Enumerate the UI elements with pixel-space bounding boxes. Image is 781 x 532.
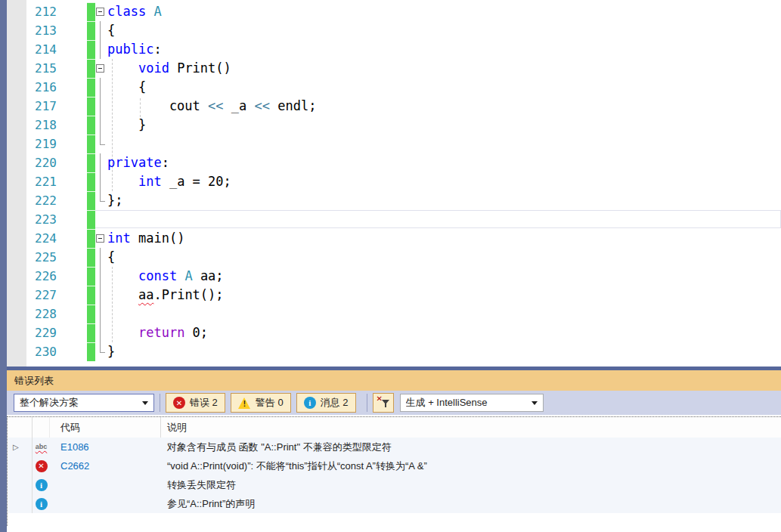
expander-triangle-icon[interactable]: ▷ [8, 443, 19, 451]
code-text: } [107, 116, 146, 135]
line-number: 223 [0, 210, 57, 229]
line-number: 226 [0, 267, 57, 286]
code-line[interactable]: 229 return 0; [0, 323, 781, 342]
change-tracking-bar [87, 97, 95, 116]
code-editor[interactable]: 212class A213{214public:215 void Print()… [0, 0, 781, 367]
error-icon: ✕ [36, 460, 48, 472]
code-line[interactable]: 213{ [0, 21, 781, 40]
outlining-margin [95, 286, 107, 305]
code-line[interactable]: 224int main() [0, 229, 781, 248]
code-text: const A aa; [107, 267, 224, 286]
warning-icon: ! [238, 397, 251, 409]
code-line[interactable]: 221 int _a = 20; [0, 172, 781, 191]
line-number: 229 [0, 323, 57, 342]
error-code-link[interactable]: C2662 [50, 456, 161, 475]
error-code-link [50, 475, 161, 494]
outlining-margin [95, 40, 107, 59]
line-number: 230 [0, 342, 57, 361]
code-text: public: [107, 40, 162, 59]
code-line[interactable]: 212class A [0, 2, 781, 21]
outlining-margin[interactable] [95, 2, 107, 21]
change-tracking-bar [87, 172, 95, 191]
code-text: class A [107, 2, 162, 21]
code-text: { [107, 248, 115, 267]
outlining-margin[interactable] [95, 59, 107, 78]
code-text: private: [107, 153, 169, 172]
change-tracking-bar [87, 59, 95, 78]
scope-dropdown-value: 整个解决方案 [20, 396, 138, 410]
collapse-box-icon[interactable] [96, 234, 104, 243]
messages-toggle-button[interactable]: i 消息 2 [296, 393, 356, 413]
outlining-margin [95, 135, 107, 153]
error-list-toolbar: 整个解决方案 ✕ 错误 2 ! 警告 0 i 消息 2 ✕ [7, 391, 781, 415]
line-number: 222 [0, 191, 57, 210]
error-description: “void A::Print(void)”: 不能将“this”指针从“cons… [161, 456, 781, 475]
code-text: int _a = 20; [107, 172, 231, 191]
window-left-edge [0, 0, 7, 532]
outlining-margin [95, 97, 107, 116]
outlining-margin [95, 116, 107, 135]
change-tracking-bar [87, 153, 95, 172]
errors-toggle-button[interactable]: ✕ 错误 2 [166, 393, 225, 413]
code-line[interactable]: 228 [0, 305, 781, 323]
code-line[interactable]: 217 cout << _a << endl; [0, 97, 781, 116]
error-code-link[interactable]: E1086 [50, 438, 161, 456]
change-tracking-bar [87, 2, 95, 21]
line-number: 221 [0, 172, 57, 191]
info-icon: i [36, 479, 48, 491]
code-line[interactable]: 220private: [0, 153, 781, 172]
collapse-box-icon[interactable] [96, 8, 104, 16]
code-line[interactable]: 222}; [0, 191, 781, 210]
toolbar-separator [367, 394, 367, 412]
code-line[interactable]: 216 { [0, 78, 781, 97]
code-line[interactable]: 225{ [0, 248, 781, 267]
column-header-description[interactable]: 说明 [161, 417, 781, 438]
filter-x-icon: ✕ [377, 397, 389, 409]
change-tracking-bar [87, 286, 95, 305]
change-tracking-bar [87, 248, 95, 267]
code-line[interactable]: 218 } [0, 116, 781, 135]
outlining-margin [95, 342, 107, 361]
outlining-margin[interactable] [95, 229, 107, 248]
outlining-margin [95, 172, 107, 191]
line-number: 217 [0, 97, 57, 116]
outlining-margin [95, 78, 107, 97]
code-line[interactable]: 214public: [0, 40, 781, 59]
code-line[interactable]: 215 void Print() [0, 59, 781, 78]
error-list-row[interactable]: ▷abcE1086对象含有与成员 函数 "A::Print" 不兼容的类型限定符 [8, 438, 781, 456]
change-tracking-bar [87, 210, 95, 229]
line-number: 213 [0, 21, 57, 40]
errors-toggle-label: 错误 2 [190, 396, 218, 410]
error-list-row[interactable]: i转换丢失限定符 [8, 475, 781, 494]
code-line[interactable]: 226 const A aa; [0, 267, 781, 286]
change-tracking-bar [87, 21, 95, 40]
code-line[interactable]: 219 [0, 135, 781, 153]
scope-dropdown[interactable]: 整个解决方案 [14, 394, 154, 412]
error-list-row[interactable]: ✕C2662“void A::Print(void)”: 不能将“this”指针… [8, 456, 781, 475]
error-description: 转换丢失限定符 [161, 475, 781, 494]
column-header-code[interactable]: 代码 [50, 417, 161, 438]
code-text: int main() [107, 229, 184, 248]
code-line[interactable]: 230} [0, 342, 781, 361]
change-tracking-bar [87, 78, 95, 97]
error-list-row[interactable]: i参见“A::Print”的声明 [8, 494, 781, 513]
code-line[interactable]: 227 aa.Print(); [0, 286, 781, 305]
line-number: 218 [0, 116, 57, 135]
chevron-down-icon [142, 401, 148, 405]
source-dropdown[interactable]: 生成 + IntelliSense [400, 394, 544, 412]
warnings-toggle-button[interactable]: ! 警告 0 [231, 393, 291, 413]
clear-filter-button[interactable]: ✕ [373, 393, 394, 413]
line-number: 220 [0, 153, 57, 172]
line-number: 228 [0, 305, 57, 323]
vs-window: 212class A213{214public:215 void Print()… [0, 0, 781, 532]
error-description: 参见“A::Print”的声明 [161, 494, 781, 513]
code-text: } [107, 342, 115, 361]
code-line[interactable]: 223 [0, 210, 781, 229]
error-code-link [50, 494, 161, 513]
line-number: 227 [0, 286, 57, 305]
warnings-toggle-label: 警告 0 [256, 396, 284, 410]
outlining-margin [95, 305, 107, 323]
panel-titlebar[interactable]: 错误列表 [7, 370, 781, 391]
collapse-box-icon[interactable] [96, 64, 104, 73]
code-text: { [107, 78, 146, 97]
